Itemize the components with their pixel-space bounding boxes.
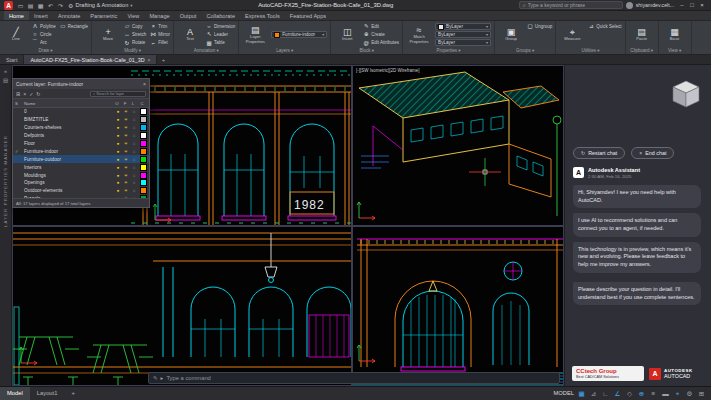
panel-label-groups[interactable]: Groups ▾ [498,47,552,54]
layer-lock-icon[interactable]: ○ [130,180,138,185]
tool-edit-attributes[interactable]: @Edit Attributes [363,39,399,47]
layer-freeze-icon[interactable]: ☀ [122,125,130,130]
panel-label-annotation[interactable]: Annotation ▾ [177,47,235,54]
tool-paste[interactable]: ▤Paste [629,22,655,47]
layer-lock-icon[interactable]: ○ [130,165,138,170]
viewport-bottom-left[interactable] [12,226,352,386]
file-tab-start[interactable]: Start [0,55,24,64]
set-current-layer-icon[interactable]: ✓ [29,91,33,97]
layer-on-icon[interactable]: ● [114,141,122,146]
layer-on-icon[interactable]: ● [114,125,122,130]
model-space-indicator[interactable]: MODEL [553,387,574,400]
ribbon-tab-featured-apps[interactable]: Featured Apps [285,11,331,20]
properties-combo-0[interactable]: ByLayer▾ [435,23,491,30]
layer-lock-icon[interactable]: ○ [130,173,138,178]
tool-line[interactable]: ╱Line [3,22,29,47]
close-icon[interactable]: × [148,57,151,63]
layer-color-swatch[interactable] [140,172,147,179]
tool-quick-select[interactable]: ⊿Quick Select [588,22,621,30]
layer-lock-icon[interactable]: ○ [130,141,138,146]
customize-icon[interactable]: ✎ [153,375,158,381]
panel-label-block[interactable]: Block ▾ [334,47,399,54]
palette-menu-icon[interactable]: ▤ [0,77,11,83]
ribbon-tab-home[interactable]: Home [4,11,29,20]
layer-on-icon[interactable]: ● [114,173,122,178]
open-file-icon[interactable]: ▤ [26,2,35,9]
tool-circle[interactable]: ○Circle [32,30,56,38]
new-drawing-button[interactable]: + [157,55,169,64]
palette-header[interactable]: Current layer: Furniture-indoor × [13,79,149,89]
tool-table[interactable]: ▦Table [206,39,235,47]
layer-row[interactable]: Floor●☀○ [13,140,149,148]
tool-ungroup[interactable]: ▢Ungroup [527,22,552,30]
layer-color-swatch[interactable] [140,156,147,163]
layer-freeze-icon[interactable]: ☀ [122,109,130,114]
properties-combo-1[interactable]: ByLayer▾ [435,31,491,38]
layer-freeze-icon[interactable]: ☀ [122,173,130,178]
layer-lock-icon[interactable]: ○ [130,125,138,130]
layer-on-icon[interactable]: ● [114,188,122,193]
delete-layer-icon[interactable]: × [23,91,26,97]
layer-color-swatch[interactable] [140,164,147,171]
tool-mirror[interactable]: ⋈Mirror [150,30,170,38]
panel-label-utilities[interactable]: Utilities ▾ [559,47,621,54]
viewport-top-right[interactable]: [-][SW Isometric][2D Wireframe] [352,65,564,226]
tool-match-properties[interactable]: ≈Match Properties [406,22,432,47]
status-grid-icon[interactable]: ▦ [577,390,586,398]
layer-freeze-icon[interactable]: ☀ [122,188,130,193]
layer-freeze-icon[interactable]: ☀ [122,180,130,185]
signed-in-user[interactable]: shiyamdev.celt... [636,2,674,8]
close-icon[interactable]: × [697,2,707,8]
search-box[interactable]: ⌕ Type a keyword or phrase [519,1,623,9]
tool-move[interactable]: +Move [95,22,121,47]
layer-row[interactable]: Openings●☀○ [13,179,149,187]
layer-row[interactable]: Outdoor-elements●☀○ [13,187,149,195]
layer-color-swatch[interactable] [140,124,147,131]
layer-freeze-icon[interactable]: ☀ [122,165,130,170]
status-snap-icon[interactable]: ⊿ [589,390,598,398]
tool-layer-properties[interactable]: ▤Layer Properties [242,22,268,47]
tool-edit[interactable]: ✎Edit [363,22,399,30]
user-avatar[interactable] [626,2,633,9]
add-layout-button[interactable]: + [64,387,81,400]
viewport-bottom-right[interactable] [352,226,564,386]
tool-base[interactable]: ▦Base [662,22,688,47]
tool-rotate[interactable]: ↻Rotate [124,39,146,47]
status-clean-screen-icon[interactable]: ⊞ [697,390,706,398]
tool-create[interactable]: ⊕Create [363,30,399,38]
layer-color-swatch[interactable] [140,179,147,186]
close-icon[interactable]: × [143,81,146,87]
layer-row[interactable]: Interiors●☀○ [13,163,149,171]
tool-arc[interactable]: ⌒Arc [32,39,56,47]
save-file-icon[interactable]: ▦ [36,2,45,9]
layer-lock-icon[interactable]: ○ [130,188,138,193]
layer-row[interactable]: Mouldings●☀○ [13,171,149,179]
undo-icon[interactable]: ↶ [46,2,55,9]
tool-dimension[interactable]: ⇔Dimension [206,22,235,30]
ribbon-tab-output[interactable]: Output [175,11,202,20]
command-line[interactable]: ✎ ▸ Type a command [148,372,560,384]
status-settings-icon[interactable]: ⚙ [685,390,694,398]
layer-freeze-icon[interactable]: ☀ [122,117,130,122]
layer-search-input[interactable]: ⌕ Search for layer [90,91,146,97]
layer-freeze-icon[interactable]: ☀ [122,133,130,138]
ribbon-tab-view[interactable]: View [122,11,144,20]
ribbon-tab-manage[interactable]: Manage [144,11,174,20]
panel-label-clipboard[interactable]: Clipboard ▾ [629,47,655,54]
auto-hide-icon[interactable]: « [0,68,11,74]
new-layer-icon[interactable]: ⊞ [16,91,20,97]
layer-row[interactable]: Counters-shelves●☀○ [13,124,149,132]
tool-fillet[interactable]: ⌐Fillet [150,39,170,47]
workspace-switcher[interactable]: ⚙ Drafting & Annotation ▾ [68,2,133,9]
layer-color-swatch[interactable] [140,187,147,194]
viewport-controls-label[interactable]: [-][SW Isometric][2D Wireframe] [356,68,420,73]
viewcube[interactable] [671,79,701,109]
panel-label-draw[interactable]: Draw ▾ [3,47,88,54]
panel-label-properties[interactable]: Properties ▾ [406,47,491,54]
layout1-tab[interactable]: Layout1 [30,387,65,400]
layer-color-swatch[interactable] [140,140,147,147]
layer-on-icon[interactable]: ● [114,180,122,185]
layer-color-swatch[interactable] [140,116,147,123]
maximize-icon[interactable]: □ [687,2,697,8]
layer-color-swatch[interactable] [140,132,147,139]
